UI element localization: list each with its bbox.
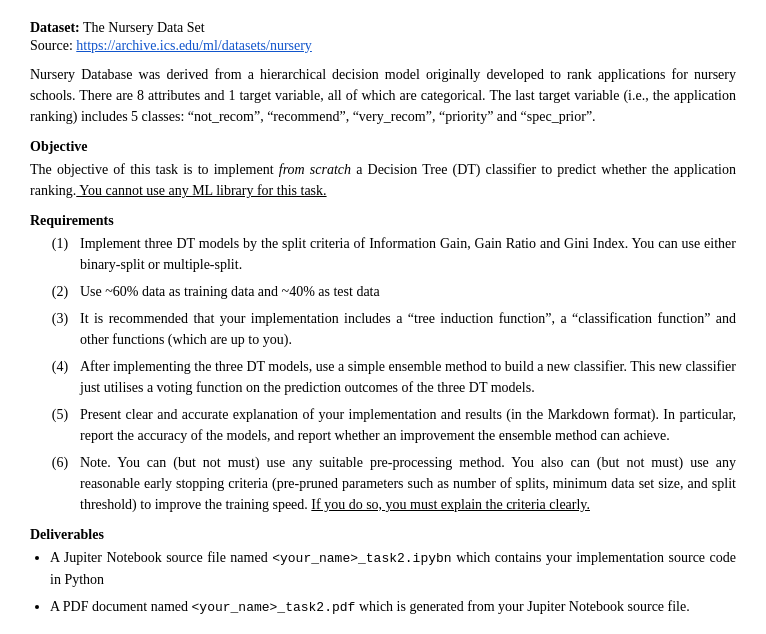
source-line: Source: https://archive.ics.edu/ml/datas… [30, 38, 736, 54]
objective-italic: from scratch [279, 162, 351, 177]
req-text-6: Note. You can (but not must) use any sui… [80, 452, 736, 515]
objective-section: Objective The objective of this task is … [30, 139, 736, 201]
req-num-3: (3) [40, 308, 80, 350]
req6-underline: If you do so, you must explain the crite… [311, 497, 590, 512]
deliverable-item-2: A PDF document named <your_name>_task2.p… [50, 596, 736, 618]
req-item-5: (5) Present clear and accurate explanati… [40, 404, 736, 446]
deliverables-header: Deliverables [30, 527, 736, 543]
intro-paragraph: Nursery Database was derived from a hier… [30, 64, 736, 127]
source-url-link[interactable]: https://archive.ics.edu/ml/datasets/nurs… [76, 38, 312, 53]
req-text-2: Use ~60% data as training data and ~40% … [80, 281, 736, 302]
dataset-label: Dataset: [30, 20, 80, 35]
objective-text-before: The objective of this task is to impleme… [30, 162, 279, 177]
req-text-4: After implementing the three DT models, … [80, 356, 736, 398]
req-text-5: Present clear and accurate explanation o… [80, 404, 736, 446]
deliv2-code: <your_name>_task2.pdf [192, 600, 356, 615]
deliverables-section: Deliverables A Jupiter Notebook source f… [30, 527, 736, 617]
req-num-4: (4) [40, 356, 80, 398]
req-text-1: Implement three DT models by the split c… [80, 233, 736, 275]
req-num-6: (6) [40, 452, 80, 515]
deliv1-code: <your_name>_task2.ipybn [272, 551, 451, 566]
dataset-name: The Nursery Data Set [83, 20, 205, 35]
objective-underline: You cannot use any ML library for this t… [76, 183, 326, 198]
deliverables-list: A Jupiter Notebook source file named <yo… [50, 547, 736, 617]
requirements-list: (1) Implement three DT models by the spl… [40, 233, 736, 515]
req-num-2: (2) [40, 281, 80, 302]
deliv2-after-code: which is generated from your Jupiter Not… [355, 599, 689, 614]
req-item-2: (2) Use ~60% data as training data and ~… [40, 281, 736, 302]
objective-header: Objective [30, 139, 736, 155]
dataset-header-line: Dataset: The Nursery Data Set [30, 20, 736, 36]
source-label: Source: [30, 38, 73, 53]
objective-text: The objective of this task is to impleme… [30, 159, 736, 201]
deliv2-before-code: A PDF document named [50, 599, 192, 614]
req-num-1: (1) [40, 233, 80, 275]
req-item-6: (6) Note. You can (but not must) use any… [40, 452, 736, 515]
deliv1-before-code: A Jupiter Notebook source file named [50, 550, 272, 565]
req-item-4: (4) After implementing the three DT mode… [40, 356, 736, 398]
req-item-3: (3) It is recommended that your implemen… [40, 308, 736, 350]
req-num-5: (5) [40, 404, 80, 446]
req-text-3: It is recommended that your implementati… [80, 308, 736, 350]
deliverable-item-1: A Jupiter Notebook source file named <yo… [50, 547, 736, 590]
req-item-1: (1) Implement three DT models by the spl… [40, 233, 736, 275]
requirements-header: Requirements [30, 213, 736, 229]
requirements-section: Requirements (1) Implement three DT mode… [30, 213, 736, 515]
